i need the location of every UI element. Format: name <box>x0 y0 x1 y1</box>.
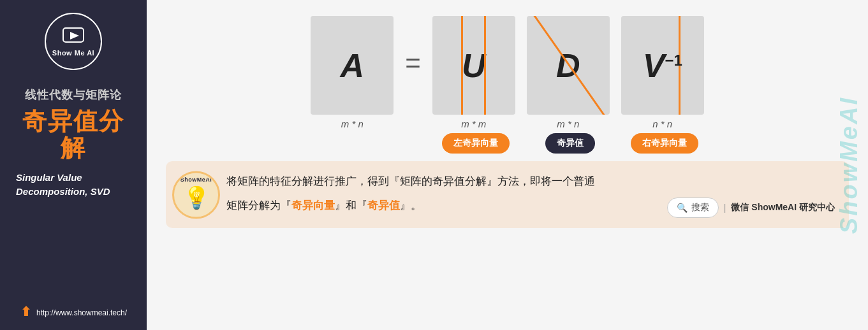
bulb-circle: ShowMeAI 💡 <box>172 171 220 219</box>
matrix-d-box: D <box>527 16 610 115</box>
equals-sign: = <box>405 48 421 78</box>
matrix-u-label: U <box>462 47 486 85</box>
search-text: 搜索 <box>691 202 709 213</box>
matrix-v-box: V−1 <box>621 16 704 115</box>
matrix-u-dim: m * m <box>461 118 486 129</box>
search-divider: | <box>724 203 726 213</box>
search-row: 🔍 搜索 | 微信 ShowMeAI 研究中心 <box>667 197 835 218</box>
bulb-circle-label: ShowMeAI <box>180 176 212 182</box>
sidebar: Show Me AI 线性代数与矩阵论 奇异值分解 Singular Value… <box>0 0 147 330</box>
matrix-a-block: A m * n <box>311 16 394 129</box>
diag-line <box>533 16 605 115</box>
website-icon <box>20 305 33 320</box>
title-en: Singular Value Decomposition, SVD <box>13 171 134 199</box>
website-row: http://www.showmeai.tech/ <box>20 305 127 320</box>
badges-row: 左奇异向量 奇异值 右奇异向量 <box>166 133 849 154</box>
badge-d: 奇异值 <box>529 133 612 154</box>
website-url: http://www.showmeai.tech/ <box>36 308 127 317</box>
matrix-u-box: U <box>432 16 515 115</box>
badge-d-pill: 奇异值 <box>545 133 595 154</box>
title-main: 奇异值分解 <box>13 108 134 162</box>
badge-u-pill: 左奇异向量 <box>442 133 510 154</box>
matrix-d-block: D m * n <box>527 16 610 129</box>
matrix-a-box: A <box>311 16 394 115</box>
badge-v: 右奇异向量 <box>623 133 706 154</box>
matrix-u-block: U m * m <box>432 16 515 129</box>
badge-v-pill: 右奇异向量 <box>631 133 698 154</box>
description-box: ShowMeAI 💡 将矩阵的特征分解进行推广，得到『矩阵的奇异值分解』方法，即… <box>166 161 849 228</box>
search-box[interactable]: 🔍 搜索 <box>667 197 719 218</box>
bulb-emoji: 💡 <box>183 185 210 210</box>
logo-icon <box>62 27 85 48</box>
matrix-a-label: A <box>340 47 364 85</box>
logo-text: Show Me AI <box>52 49 94 57</box>
matrix-v-dim: n * n <box>652 118 672 129</box>
matrix-a-dim: m * n <box>341 118 364 129</box>
subtitle: 线性代数与矩阵论 <box>25 87 122 103</box>
matrix-v-label: V−1 <box>643 47 682 85</box>
badge-u: 左奇异向量 <box>434 133 517 154</box>
svg-marker-1 <box>70 32 79 39</box>
wechat-label: 微信 ShowMeAI 研究中心 <box>731 202 835 213</box>
matrix-d-dim: m * n <box>557 118 579 129</box>
desc-bottom-row: 矩阵分解为『奇异向量』和『奇异值』。 🔍 搜索 | 微信 ShowMeAI 研究… <box>226 192 835 218</box>
matrix-v-block: V−1 n * n <box>621 16 704 129</box>
desc-line2: 矩阵分解为『奇异向量』和『奇异值』。 <box>226 197 422 214</box>
search-icon: 🔍 <box>677 203 688 213</box>
logo-container: Show Me AI <box>45 13 102 70</box>
main-content: ShowMeAI A m * n = U m * m D m * n <box>147 0 868 330</box>
svg-marker-2 <box>22 306 30 316</box>
desc-line1: 将矩阵的特征分解进行推广，得到『矩阵的奇异值分解』方法，即将一个普通 <box>226 173 835 190</box>
bulb-icon-container: ShowMeAI 💡 <box>172 171 220 219</box>
equation-row: A m * n = U m * m D m * n V−1 <box>166 13 849 129</box>
